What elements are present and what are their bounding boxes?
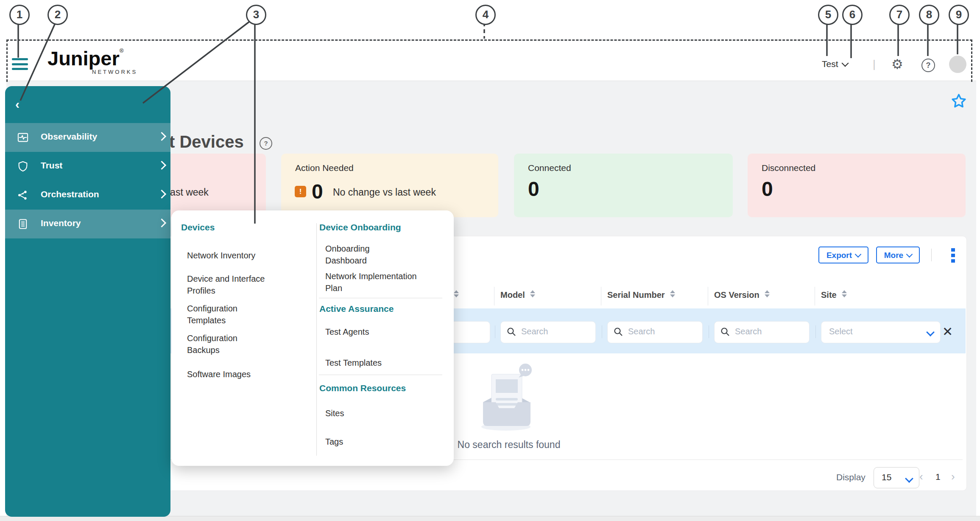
clear-filters-icon[interactable]: ✕ [942, 324, 953, 339]
flyout-header-devices[interactable]: Devices [181, 222, 215, 232]
callout-6: 6 [842, 5, 863, 25]
export-chevron-down-icon [855, 251, 862, 258]
flyout-item-configuration-templates[interactable]: Configuration Templates [187, 303, 268, 326]
flyout-item-test-agents[interactable]: Test Agents [325, 326, 423, 338]
sort-icon[interactable] [765, 290, 770, 297]
column-header-hidden-sort[interactable] [454, 290, 459, 300]
search-input-serial-number[interactable]: Search [607, 321, 703, 343]
flyout-item-tags[interactable]: Tags [325, 436, 423, 448]
column-header-serial-number[interactable]: Serial Number [607, 290, 675, 300]
chevron-right-icon [157, 218, 166, 227]
search-placeholder: Search [521, 327, 548, 336]
juniper-networks-subtext: NETWORKS [92, 69, 158, 75]
column-header-model[interactable]: Model [500, 290, 535, 300]
column-divider [708, 287, 708, 305]
flyout-item-sites[interactable]: Sites [325, 407, 423, 419]
help-icon[interactable]: ? [921, 59, 935, 72]
column-header-site[interactable]: Site [821, 290, 847, 300]
hidden-card-fragment: last week [168, 187, 209, 198]
column-divider [815, 287, 815, 305]
org-switcher[interactable]: Test [822, 59, 848, 69]
callout-4: 4 [475, 5, 496, 25]
action-needed-count: 0 [312, 180, 323, 203]
flyout-item-software-images[interactable]: Software Images [187, 368, 293, 380]
orchestration-icon [17, 189, 29, 201]
page-size-chevron-down-icon [905, 474, 913, 483]
org-chevron-down-icon[interactable] [841, 60, 849, 67]
sidebar-item-label: Observability [41, 132, 97, 142]
search-input-os-version[interactable]: Search [714, 321, 810, 343]
flyout-header-device-onboarding[interactable]: Device Onboarding [319, 222, 401, 232]
select-chevron-down-icon [926, 328, 935, 336]
org-label: Test [822, 59, 838, 69]
flyout-header-active-assurance[interactable]: Active Assurance [319, 304, 394, 314]
column-divider [601, 287, 601, 305]
page-size-select[interactable]: 15 [874, 467, 919, 488]
flyout-item-network-inventory[interactable]: Network Inventory [187, 249, 293, 261]
summary-card-action-needed: Action Needed ! 0 No change vs last week [281, 154, 498, 217]
inventory-icon [17, 218, 29, 230]
favorite-star-icon[interactable] [951, 93, 967, 109]
hamburger-menu-icon[interactable] [12, 58, 28, 70]
flyout-item-network-implementation-plan[interactable]: Network Implementation Plan [325, 270, 423, 294]
callout-7: 7 [889, 5, 910, 25]
page-title-help-icon[interactable]: ? [260, 137, 272, 150]
sidebar: ‹ Observability Trust [5, 86, 170, 517]
flyout-item-configuration-backups[interactable]: Configuration Backups [187, 332, 268, 356]
filter-separator [709, 325, 709, 338]
select-placeholder: Select [829, 327, 853, 336]
column-header-os-version[interactable]: OS Version [714, 290, 770, 300]
juniper-logo: Juniper® NETWORKS [47, 48, 158, 80]
screenshot-root: Juniper® NETWORKS Test | ⚙ ? t Devices ?… [0, 0, 980, 521]
sidebar-item-inventory[interactable]: Inventory [5, 210, 170, 238]
callout-5: 5 [818, 5, 838, 25]
callout-9: 9 [949, 5, 969, 25]
flyout-item-onboarding-dashboard[interactable]: Onboarding Dashboard [325, 243, 395, 266]
callout-3: 3 [246, 5, 266, 25]
search-input-hidden-column[interactable] [450, 321, 490, 343]
sidebar-item-label: Orchestration [41, 189, 99, 199]
export-button[interactable]: Export [818, 246, 868, 263]
search-icon [507, 327, 516, 336]
search-input-model[interactable]: Search [500, 321, 596, 343]
prev-page-button[interactable]: ‹ [919, 470, 923, 483]
user-avatar[interactable] [949, 56, 966, 73]
search-placeholder: Search [628, 327, 655, 336]
connected-title: Connected [528, 163, 571, 173]
kebab-menu-icon[interactable] [951, 248, 955, 263]
sort-icon[interactable] [842, 290, 847, 297]
sidebar-collapse-icon[interactable]: ‹ [15, 98, 20, 111]
connected-count: 0 [528, 177, 539, 201]
settings-gear-icon[interactable]: ⚙ [891, 57, 903, 72]
shield-icon [17, 160, 29, 172]
chevron-right-icon [157, 132, 166, 141]
search-icon [614, 327, 623, 336]
warning-icon: ! [295, 186, 306, 197]
flyout-section-divider [319, 375, 442, 375]
more-chevron-down-icon [906, 251, 913, 258]
disconnected-title: Disconnected [762, 163, 815, 173]
column-divider [494, 287, 494, 305]
filter-separator [602, 325, 602, 338]
sidebar-item-observability[interactable]: Observability [5, 123, 170, 152]
registered-mark: ® [120, 48, 124, 54]
flyout-item-device-interface-profiles[interactable]: Device and Interface Profiles [187, 273, 293, 297]
sidebar-item-trust[interactable]: Trust [5, 152, 170, 181]
site-select-dropdown[interactable]: Select [821, 321, 941, 343]
sort-icon[interactable] [670, 290, 675, 297]
flyout-column-divider [316, 223, 317, 456]
next-page-button[interactable]: › [951, 470, 955, 483]
flyout-header-common-resources[interactable]: Common Resources [319, 383, 406, 393]
sidebar-item-orchestration[interactable]: Orchestration [5, 181, 170, 210]
sidebar-item-label: Trust [41, 160, 62, 171]
sort-icon[interactable] [530, 290, 535, 297]
sort-icon[interactable] [454, 290, 459, 297]
chevron-right-icon [157, 190, 166, 199]
summary-card-disconnected: Disconnected 0 [748, 154, 966, 217]
flyout-item-test-templates[interactable]: Test Templates [325, 357, 423, 369]
search-placeholder: Search [735, 327, 762, 336]
callout-8: 8 [919, 5, 939, 25]
more-button[interactable]: More [876, 246, 920, 263]
callout-1: 1 [9, 5, 30, 25]
filter-separator [815, 325, 816, 338]
